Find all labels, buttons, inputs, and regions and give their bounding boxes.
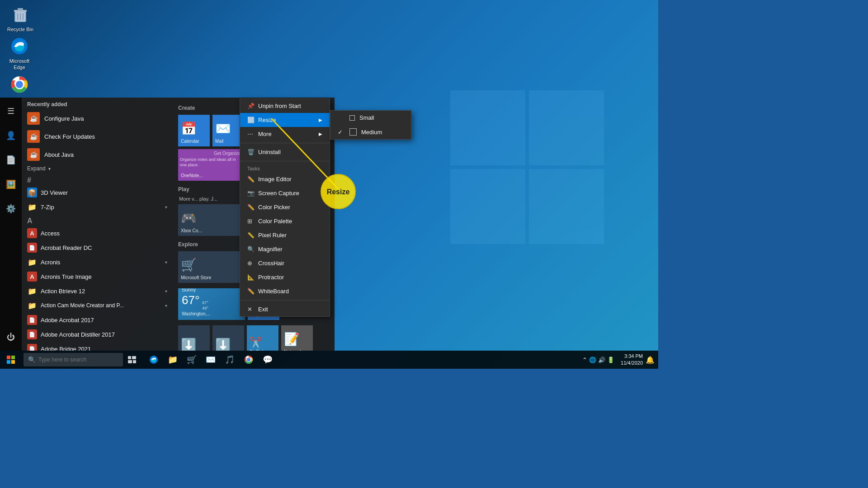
ctx-pixel-ruler[interactable]: 📏 Pixel Ruler	[240, 228, 330, 242]
svg-rect-19	[132, 356, 136, 359]
start-nav-pictures[interactable]: 🖼️	[2, 175, 20, 193]
taskbar-search-input[interactable]	[38, 357, 118, 363]
adobe-bridge-icon: 📄	[27, 344, 37, 351]
svg-rect-20	[128, 360, 132, 363]
app-adobe-acrobat-distiller[interactable]: 📄 Adobe Acrobat Distiller 2017	[22, 327, 173, 342]
ctx-protractor[interactable]: 📐 Protractor	[240, 270, 330, 284]
app-7zip[interactable]: 📁 7-Zip ▾	[22, 200, 173, 214]
tray-up-arrow[interactable]: ⌃	[582, 357, 587, 363]
tray-battery-icon[interactable]: 🔋	[607, 357, 614, 363]
ctx-pixel-ruler-label: Pixel Ruler	[258, 232, 287, 239]
desktop-icon-recycle-bin[interactable]: Recycle Bin	[5, 5, 36, 33]
ctx-uninstall[interactable]: 🗑️ Uninstall	[240, 145, 330, 159]
app-adobe-bridge[interactable]: 📄 Adobe Bridge 2021	[22, 342, 173, 351]
ctx-crosshair[interactable]: ⊕ CrossHair	[240, 256, 330, 270]
picpick-tile-icon: ✂️	[250, 337, 276, 348]
ctx-more[interactable]: ⋯ More ▶	[240, 127, 330, 141]
taskbar-clock[interactable]: 3:34 PM 11/4/2020	[621, 353, 643, 367]
ctx-resize[interactable]: ⬜ Resize ▶	[240, 113, 330, 127]
action-cam-icon: 📁	[27, 300, 37, 310]
weather-high: 67°	[202, 300, 208, 306]
weather-temps: 67° 67° 49°	[182, 293, 208, 311]
svg-rect-18	[128, 356, 131, 359]
tile-onenote[interactable]: Get Organized Organize notes and ideas a…	[178, 149, 245, 181]
app-configure-java[interactable]: ☕ Configure Java	[22, 109, 173, 127]
app-adobe-acrobat-2017[interactable]: 📄 Adobe Acrobat 2017	[22, 313, 173, 327]
taskbar-chrome-icon[interactable]	[240, 351, 258, 369]
taskbar-file-explorer-icon[interactable]: 📁	[164, 351, 182, 369]
ctx-unpin-label: Unpin from Start	[258, 103, 301, 109]
pixel-ruler-icon: 📏	[247, 232, 255, 239]
tile-download2[interactable]: ⬇️	[212, 325, 244, 351]
unpin-icon: 📌	[247, 103, 255, 109]
start-nav-settings[interactable]: ⚙️	[2, 200, 20, 218]
app-acrobat-reader[interactable]: 📄 Acrobat Reader DC	[22, 240, 173, 255]
start-nav-power[interactable]: ⏻	[2, 328, 20, 346]
ctx-exit[interactable]: ✕ Exit	[240, 302, 330, 316]
tile-notepad[interactable]: 📝 Notepad	[281, 325, 313, 351]
tile-weather[interactable]: Sunny 67° 67° 49° Washington,...	[178, 288, 245, 320]
app-acronis-true-image[interactable]: A Acronis True Image	[22, 269, 173, 284]
tile-calendar[interactable]: 📅 Calendar	[178, 115, 210, 146]
app-3d-viewer[interactable]: 📦 3D Viewer	[22, 185, 173, 200]
taskbar: 🔍 📁 🛒 ✉️ 🎵	[0, 351, 658, 369]
resize-medium[interactable]: ✓ Medium	[330, 125, 411, 139]
mail-tile-label: Mail	[215, 139, 241, 144]
notepad-tile-label: Notepad	[284, 349, 310, 351]
ctx-exit-label: Exit	[258, 306, 268, 313]
ctx-magnifier[interactable]: 🔍 Magnifier	[240, 242, 330, 256]
taskbar-media-icon[interactable]: 🎵	[221, 351, 239, 369]
start-nav-hamburger[interactable]: ☰	[2, 102, 20, 120]
ctx-uninstall-label: Uninstall	[258, 149, 281, 155]
tile-ms-store[interactable]: 🛒 Microsoft Store	[178, 251, 245, 283]
tray-notification-icon[interactable]: 🔔	[646, 356, 655, 364]
acrobat-reader-icon: 📄	[27, 243, 37, 253]
taskbar-mail-icon[interactable]: ✉️	[202, 351, 220, 369]
xbox-tile-icon: 🎮	[181, 211, 242, 225]
app-action-btrieve[interactable]: 📁 Action Btrieve 12 ▾	[22, 284, 173, 298]
taskbar-wechat-icon[interactable]: 💬	[259, 351, 277, 369]
taskbar-search-icon: 🔍	[28, 356, 36, 363]
check-updates-icon: ☕	[27, 130, 40, 143]
taskbar-pinned-icons: 📁 🛒 ✉️ 🎵 💬	[145, 351, 277, 369]
ctx-whiteboard[interactable]: ✏️ WhiteBoard	[240, 284, 330, 298]
ctx-color-palette[interactable]: ⊞ Color Palette	[240, 214, 330, 228]
ctx-unpin-from-start[interactable]: 📌 Unpin from Start	[240, 99, 330, 113]
taskbar-search-bar[interactable]: 🔍	[24, 353, 123, 366]
tray-network-icon[interactable]: 🌐	[589, 357, 596, 363]
clock-date: 11/4/2020	[621, 360, 643, 366]
app-acronis[interactable]: 📁 Acronis ▾	[22, 255, 173, 269]
tile-picpick[interactable]: ✂️ PicPick	[247, 325, 278, 351]
expand-button[interactable]: Expand ▾	[22, 164, 173, 174]
ctx-screen-capture[interactable]: 📷 Screen Capture	[240, 186, 330, 200]
taskbar-store-icon[interactable]: 🛒	[183, 351, 201, 369]
taskbar-edge-icon[interactable]	[145, 351, 163, 369]
app-action-cam[interactable]: 📁 Action Cam Movie Creator and P... ▾	[22, 298, 173, 313]
ctx-color-picker[interactable]: ✏️ Color Picker	[240, 200, 330, 214]
resize-small[interactable]: Small	[330, 111, 411, 125]
taskbar-start-button[interactable]	[0, 351, 22, 369]
desktop-icon-edge[interactable]: Microsoft Edge	[4, 36, 35, 71]
medium-box-icon	[349, 128, 357, 136]
app-access[interactable]: A Access	[22, 226, 173, 240]
resize-medium-label: Medium	[361, 129, 382, 136]
edge-icon	[9, 36, 29, 56]
app-about-java[interactable]: ☕ About Java	[22, 145, 173, 164]
recently-added-header: Recently added	[22, 98, 173, 109]
app-check-updates[interactable]: ☕ Check For Updates	[22, 127, 173, 145]
taskbar-task-view[interactable]	[123, 351, 141, 369]
tray-volume-icon[interactable]: 🔊	[598, 357, 605, 363]
tile-download1[interactable]: ⬇️	[178, 325, 210, 351]
adobe-distiller-icon: 📄	[27, 329, 37, 339]
7zip-icon: 📁	[27, 202, 37, 212]
start-nav-docs[interactable]: 📄	[2, 151, 20, 169]
ctx-image-editor[interactable]: ✏️ Image Editor	[240, 172, 330, 186]
context-menu: 📌 Unpin from Start ⬜ Resize ▶ ⋯ More ▶ 🗑…	[240, 99, 330, 317]
ms-store-tile-label: Microsoft Store	[181, 275, 242, 280]
tile-xbox[interactable]: 🎮 Xbox Co...	[178, 204, 245, 236]
start-nav-user[interactable]: 👤	[2, 127, 20, 145]
color-picker-icon: ✏️	[247, 204, 255, 211]
clock-time: 3:34 PM	[621, 353, 643, 360]
recycle-bin-label: Recycle Bin	[5, 26, 36, 33]
alpha-hash: #	[22, 174, 173, 185]
